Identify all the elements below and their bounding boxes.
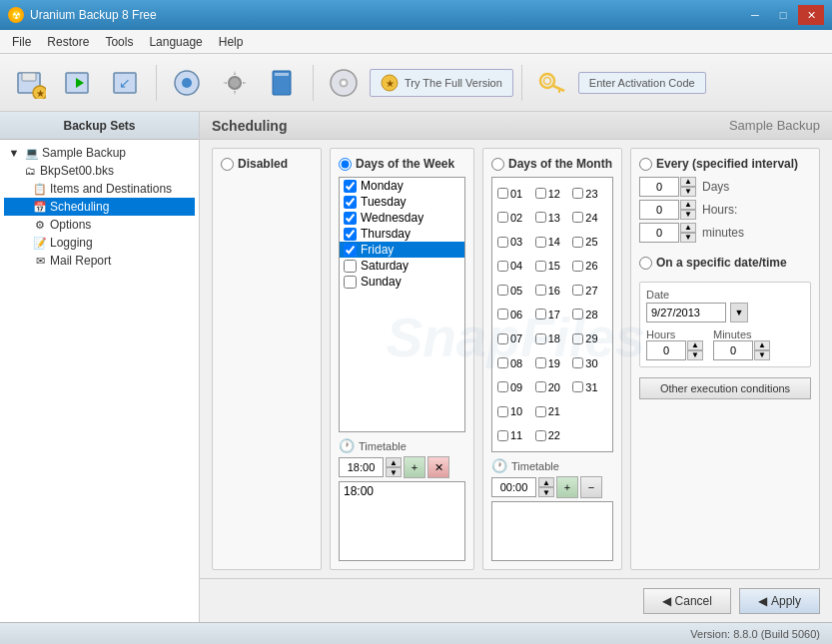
menu-restore[interactable]: Restore	[39, 33, 97, 51]
month-27[interactable]: 27	[571, 279, 608, 302]
key-button[interactable]	[530, 61, 574, 105]
days-down[interactable]: ▼	[680, 187, 696, 197]
month-04[interactable]: 04	[496, 255, 533, 278]
month-06[interactable]: 06	[496, 303, 533, 325]
menu-tools[interactable]: Tools	[97, 33, 141, 51]
timetable-entry[interactable]: 18:00	[344, 484, 460, 498]
month-11[interactable]: 11	[496, 424, 533, 447]
minutes-num-input[interactable]	[639, 223, 679, 243]
specific-hours-input[interactable]	[646, 340, 686, 360]
day-friday[interactable]: Friday	[340, 242, 464, 258]
hours-up[interactable]: ▲	[680, 200, 696, 210]
time-input[interactable]	[339, 457, 384, 477]
specific-hours-up[interactable]: ▲	[687, 340, 703, 350]
month-add-time[interactable]: +	[556, 476, 578, 498]
specific-radio-label[interactable]: On a specific date/time	[639, 256, 811, 270]
disabled-radio-label[interactable]: Disabled	[221, 157, 313, 171]
month-07[interactable]: 07	[496, 327, 533, 350]
month-18[interactable]: 18	[534, 327, 571, 350]
tree-root[interactable]: ▼ 💻 Sample Backup	[4, 144, 195, 162]
month-02[interactable]: 02	[496, 206, 533, 229]
month-24[interactable]: 24	[571, 206, 608, 229]
month-16[interactable]: 16	[534, 279, 571, 302]
day-monday[interactable]: Monday	[340, 178, 464, 194]
destination-button[interactable]	[165, 61, 209, 105]
month-01[interactable]: 01	[496, 182, 533, 205]
interval-radio[interactable]	[639, 158, 652, 171]
days-week-radio[interactable]	[339, 158, 352, 171]
day-tuesday[interactable]: Tuesday	[340, 194, 464, 210]
specific-hours-down[interactable]: ▼	[687, 350, 703, 360]
try-full-version-button[interactable]: ★ Try The Full Version	[370, 69, 513, 97]
day-sunday[interactable]: Sunday	[340, 274, 464, 290]
settings-button[interactable]	[213, 61, 257, 105]
day-wednesday[interactable]: Wednesday	[340, 210, 464, 226]
days-up[interactable]: ▲	[680, 177, 696, 187]
tree-mail-report[interactable]: ✉ Mail Report	[4, 252, 195, 270]
day-thursday[interactable]: Thursday	[340, 226, 464, 242]
month-20[interactable]: 20	[534, 375, 571, 398]
days-month-radio-label[interactable]: Days of the Month	[491, 157, 613, 171]
manual-button[interactable]	[261, 61, 305, 105]
run-backup-button[interactable]	[56, 61, 100, 105]
time-up[interactable]: ▲	[386, 457, 402, 467]
month-26[interactable]: 26	[571, 255, 608, 278]
month-08[interactable]: 08	[496, 351, 533, 374]
month-29[interactable]: 29	[571, 327, 608, 350]
month-14[interactable]: 14	[534, 231, 571, 254]
menu-help[interactable]: Help	[211, 33, 252, 51]
days-month-radio[interactable]	[491, 158, 504, 171]
minimize-button[interactable]: ─	[742, 5, 768, 25]
apply-button[interactable]: ◀ Apply	[739, 588, 820, 614]
month-09[interactable]: 09	[496, 375, 533, 398]
month-03[interactable]: 03	[496, 231, 533, 254]
month-time-up[interactable]: ▲	[538, 477, 554, 487]
hours-down[interactable]: ▼	[680, 210, 696, 220]
disabled-radio[interactable]	[221, 158, 234, 171]
tree-logging[interactable]: 📝 Logging	[4, 234, 195, 252]
tree-options[interactable]: ⚙ Options	[4, 216, 195, 234]
month-25[interactable]: 25	[571, 231, 608, 254]
minutes-up[interactable]: ▲	[680, 223, 696, 233]
menu-file[interactable]: File	[4, 33, 39, 51]
month-22[interactable]: 22	[534, 424, 571, 447]
tree-bkpset[interactable]: 🗂 BkpSet00.bks	[4, 162, 195, 180]
month-12[interactable]: 12	[534, 182, 571, 205]
month-28[interactable]: 28	[571, 303, 608, 325]
specific-minutes-up[interactable]: ▲	[754, 340, 770, 350]
month-time-down[interactable]: ▼	[538, 487, 554, 497]
month-23[interactable]: 23	[571, 182, 608, 205]
month-17[interactable]: 17	[534, 303, 571, 325]
add-time-button[interactable]: +	[404, 456, 425, 478]
month-19[interactable]: 19	[534, 351, 571, 374]
month-21[interactable]: 21	[534, 399, 571, 422]
activation-button[interactable]: Enter Activation Code	[578, 72, 706, 94]
specific-radio[interactable]	[639, 257, 652, 270]
other-conditions-button[interactable]: Other execution conditions	[639, 377, 811, 399]
days-num-input[interactable]	[639, 177, 679, 197]
close-button[interactable]: ✕	[798, 5, 824, 25]
month-30[interactable]: 30	[571, 351, 608, 374]
month-10[interactable]: 10	[496, 399, 533, 422]
interval-radio-label[interactable]: Every (specified interval)	[639, 157, 811, 171]
minutes-down[interactable]: ▼	[680, 233, 696, 243]
date-dropdown[interactable]: ▼	[730, 303, 748, 322]
month-remove-time[interactable]: −	[580, 476, 602, 498]
tree-scheduling[interactable]: 📅 Scheduling	[4, 198, 195, 216]
time-down[interactable]: ▼	[386, 467, 402, 477]
hours-num-input[interactable]	[639, 200, 679, 220]
tree-items-destinations[interactable]: 📋 Items and Destinations	[4, 180, 195, 198]
new-backup-button[interactable]: ★	[8, 61, 52, 105]
days-week-radio-label[interactable]: Days of the Week	[339, 157, 465, 171]
date-input[interactable]	[646, 303, 726, 322]
month-31[interactable]: 31	[571, 375, 608, 398]
maximize-button[interactable]: □	[770, 5, 796, 25]
remove-time-button[interactable]: ✕	[427, 456, 449, 478]
cancel-button[interactable]: ◀ Cancel	[643, 588, 731, 614]
menu-language[interactable]: Language	[141, 33, 210, 51]
month-15[interactable]: 15	[534, 255, 571, 278]
day-saturday[interactable]: Saturday	[340, 258, 464, 274]
month-time-input[interactable]	[491, 477, 536, 497]
specific-minutes-down[interactable]: ▼	[754, 350, 770, 360]
month-13[interactable]: 13	[534, 206, 571, 229]
